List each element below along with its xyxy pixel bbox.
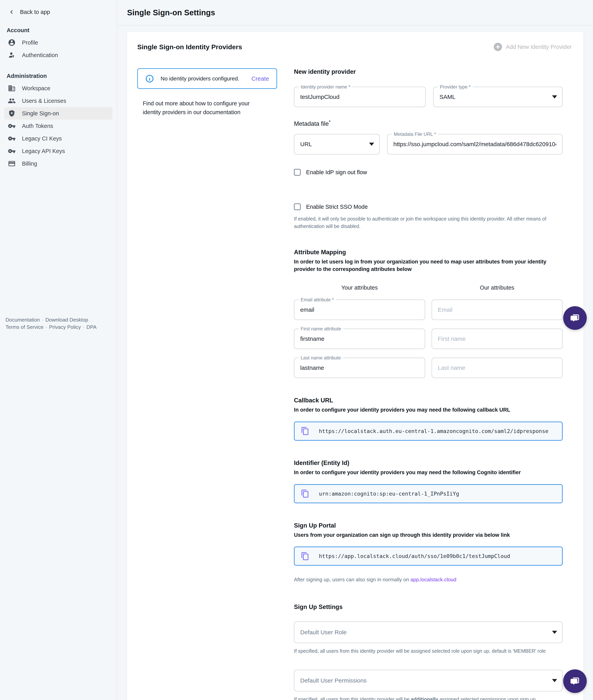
- default-user-role-description: If specified, all users from this identi…: [294, 648, 563, 655]
- metadata-source-select[interactable]: URL: [294, 134, 380, 154]
- shield-star-icon: [8, 109, 16, 117]
- callback-url-subtitle: In order to configure your identity prov…: [294, 406, 563, 414]
- chat-launcher-button[interactable]: [563, 306, 587, 330]
- section-title-account: Account: [7, 27, 117, 34]
- sidebar-item-label: Workspace: [22, 85, 50, 91]
- email-target-input[interactable]: [438, 306, 557, 313]
- providers-list-column: No identity providers configured. Create…: [137, 68, 277, 700]
- firstname-target-field[interactable]: [432, 329, 563, 349]
- provider-type-value: SAML: [439, 94, 556, 100]
- credit-card-icon: [8, 160, 16, 168]
- checkbox-unchecked-icon[interactable]: [294, 169, 301, 176]
- lastname-target-field[interactable]: [432, 358, 563, 378]
- signup-portal-value: https://app.localstack.cloud/auth/sso/1e…: [319, 553, 510, 559]
- callback-url-heading: Callback URL: [294, 397, 563, 404]
- attribute-row-firstname: First name attribute: [294, 329, 563, 349]
- terms-link[interactable]: Terms of Service: [5, 324, 44, 330]
- sidebar-item-single-sign-on[interactable]: Single Sign-on: [4, 107, 113, 120]
- sidebar-item-auth-tokens[interactable]: Auth Tokens: [4, 120, 113, 132]
- people-group-icon: [8, 97, 16, 105]
- no-providers-alert: No identity providers configured. Create: [137, 68, 277, 89]
- signup-portal-note: After signing up, users can also sign in…: [294, 577, 563, 583]
- copy-icon[interactable]: [301, 489, 310, 498]
- checkbox-unchecked-icon[interactable]: [294, 204, 301, 210]
- main-area: Single Sign-on Settings Single Sign-on I…: [117, 0, 593, 700]
- back-to-app-button[interactable]: Back to app: [0, 0, 117, 16]
- alert-text: No identity providers configured.: [161, 76, 239, 82]
- key-icon: [8, 135, 16, 142]
- card-title: Single Sign-on Identity Providers: [137, 43, 242, 51]
- sidebar-item-billing[interactable]: Billing: [4, 157, 113, 170]
- identity-provider-name-input[interactable]: [300, 94, 420, 100]
- email-attribute-input[interactable]: [300, 306, 419, 313]
- default-user-permissions-placeholder: Default User Permissions: [300, 677, 556, 684]
- sidebar-item-legacy-api-keys[interactable]: Legacy API Keys: [4, 145, 113, 157]
- provider-type-label: Provider type *: [438, 84, 473, 90]
- identifier-heading: Identifier (Entity Id): [294, 459, 563, 467]
- firstname-attribute-label: First name attribute: [299, 326, 343, 332]
- lastname-target-input[interactable]: [438, 365, 557, 371]
- page-title: Single Sign-on Settings: [127, 8, 215, 17]
- sidebar-item-legacy-ci-keys[interactable]: Legacy CI Keys: [4, 132, 113, 145]
- info-icon: [145, 74, 154, 83]
- new-provider-form: New identity provider Identity provider …: [294, 68, 563, 700]
- default-user-permissions-description: If specified, all users from this identi…: [294, 696, 563, 700]
- identifier-subtitle: In order to configure your identity prov…: [294, 469, 563, 476]
- dpa-link[interactable]: DPA: [86, 324, 97, 330]
- sidebar: Back to app Account Profile Authenticati…: [0, 0, 117, 700]
- metadata-file-url-input[interactable]: [393, 141, 556, 148]
- enable-strict-sso-checkbox-row[interactable]: Enable Strict SSO Mode: [294, 204, 563, 210]
- sidebar-item-workspace[interactable]: Workspace: [4, 82, 113, 95]
- email-attribute-field[interactable]: Email attribute *: [294, 300, 425, 320]
- sidebar-item-label: Billing: [22, 160, 37, 167]
- section-title-administration: Administration: [7, 73, 117, 79]
- create-link[interactable]: Create: [251, 75, 269, 82]
- copy-icon[interactable]: [301, 427, 310, 435]
- firstname-attribute-input[interactable]: [300, 335, 419, 342]
- strict-sso-description: If enabled, it will only be possible to …: [294, 215, 563, 230]
- firstname-attribute-field[interactable]: First name attribute: [294, 329, 425, 349]
- metadata-source-value: URL: [300, 141, 373, 148]
- sidebar-item-label: Profile: [22, 39, 38, 46]
- attribute-mapping-heading: Attribute Mapping: [294, 249, 563, 256]
- provider-type-select[interactable]: Provider type * SAML: [433, 87, 563, 107]
- sidebar-item-label: Auth Tokens: [22, 123, 53, 129]
- documentation-link[interactable]: Documentation: [5, 317, 40, 323]
- signup-portal-heading: Sign Up Portal: [294, 522, 563, 529]
- enable-idp-signout-checkbox-row[interactable]: Enable IdP sign out flow: [294, 169, 563, 176]
- your-attributes-header: Your attributes: [294, 285, 425, 291]
- callback-url-value: https://localstack.auth.eu-central-1.ama…: [319, 428, 548, 434]
- firstname-target-input[interactable]: [438, 335, 557, 342]
- sidebar-item-label: Users & Licenses: [22, 98, 66, 104]
- lastname-attribute-label: Last name attribute: [299, 355, 343, 361]
- key-icon: [8, 147, 16, 155]
- lastname-attribute-field[interactable]: Last name attribute: [294, 358, 425, 378]
- chevron-down-icon: [552, 679, 557, 682]
- back-to-app-label: Back to app: [20, 9, 50, 15]
- signup-portal-copy-box: https://app.localstack.cloud/auth/sso/1e…: [294, 547, 563, 565]
- chat-launcher-button[interactable]: [563, 669, 587, 693]
- download-desktop-link[interactable]: Download Desktop: [45, 317, 88, 323]
- page-header: Single Sign-on Settings: [117, 0, 593, 26]
- metadata-file-heading: Metadata file*: [294, 119, 563, 127]
- copy-icon[interactable]: [301, 552, 310, 560]
- app-localstack-cloud-link[interactable]: app.localstack.cloud: [410, 577, 456, 583]
- enable-strict-sso-label: Enable Strict SSO Mode: [306, 204, 368, 210]
- lastname-attribute-input[interactable]: [300, 365, 419, 371]
- person-key-icon: [8, 51, 16, 59]
- sidebar-item-label: Legacy CI Keys: [22, 135, 62, 142]
- default-user-role-select[interactable]: Default User Role: [294, 622, 563, 643]
- privacy-link[interactable]: Privacy Policy: [49, 324, 81, 330]
- sidebar-item-users-licenses[interactable]: Users & Licenses: [4, 95, 113, 107]
- sidebar-item-authentication[interactable]: Authentication: [4, 49, 113, 62]
- metadata-file-url-field[interactable]: Metadata File URL *: [387, 134, 563, 154]
- identity-provider-name-field[interactable]: Identity provider name *: [294, 87, 426, 107]
- email-target-field[interactable]: [432, 300, 563, 320]
- chevron-down-icon: [552, 631, 557, 634]
- sidebar-item-profile[interactable]: Profile: [4, 36, 113, 49]
- building-icon: [8, 84, 16, 92]
- default-user-permissions-select[interactable]: Default User Permissions: [294, 670, 563, 691]
- add-new-identity-provider-button[interactable]: Add New Identity Provider: [494, 43, 571, 51]
- plus-circle-icon: [494, 43, 502, 51]
- identifier-value: urn:amazon:cognito:sp:eu-central-1_IPnPs…: [319, 491, 459, 497]
